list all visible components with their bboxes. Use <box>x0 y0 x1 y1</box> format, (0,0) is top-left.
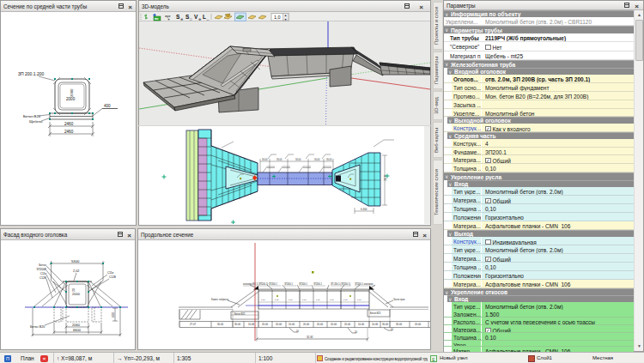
svg-text:1.11: 1.11 <box>289 299 293 301</box>
svg-text:1.10: 1.10 <box>302 299 307 301</box>
svg-text:2460: 2460 <box>64 122 74 126</box>
svg-text:2,02: 2,02 <box>73 269 79 273</box>
svg-text:400: 400 <box>104 104 111 108</box>
svg-text:10: 10 <box>391 328 393 331</box>
svg-text:ЗП200.1: ЗП200.1 <box>313 282 322 286</box>
svg-text:30.00: 30.00 <box>396 323 402 326</box>
svg-text:20.00: 20.00 <box>276 323 282 326</box>
svg-text:вс: вс <box>155 16 159 21</box>
svg-text:20.00: 20.00 <box>331 323 337 326</box>
svg-text:10: 10 <box>296 330 299 333</box>
svg-text:Засев трав: Засев трав <box>393 298 405 301</box>
svg-text:1.11: 1.11 <box>261 299 265 301</box>
svg-text:Бетон В25: Бетон В25 <box>370 312 381 315</box>
svg-text:30.00: 30.00 <box>217 323 223 326</box>
svg-text:Бетон В20: Бетон В20 <box>23 114 41 118</box>
svg-text:24.20: 24.20 <box>384 174 387 181</box>
svg-text:10.06: 10.06 <box>372 323 378 326</box>
svg-text:С12В: С12В <box>39 276 46 280</box>
svg-text:20.00: 20.00 <box>317 323 323 326</box>
svg-text:Бетон В20: Бетон В20 <box>30 325 45 329</box>
svg-text:20.00: 20.00 <box>415 323 421 326</box>
svg-text:5300: 5300 <box>71 258 80 263</box>
svg-text:Камен. наброска: Камен. наброска <box>211 298 229 301</box>
svg-text:ЗП 200.1 (ЗП200.1): ЗП 200.1 (ЗП200.1) <box>331 282 350 286</box>
svg-text:1.11: 1.11 <box>343 299 348 301</box>
svg-text:1.10: 1.10 <box>316 299 320 301</box>
svg-text:1,0: 1,0 <box>274 15 281 20</box>
svg-text:20.00: 20.00 <box>303 323 309 326</box>
svg-text:С11в: С11в <box>107 271 114 275</box>
svg-text:ЗП200.1: ЗП200.1 <box>299 282 307 286</box>
svg-text:27.07: 27.07 <box>190 323 196 326</box>
svg-text:оголовок ВХ 1 (ЗП200.1): оголовок ВХ 1 (ЗП200.1) <box>243 282 268 286</box>
svg-text:20.00: 20.00 <box>344 323 350 326</box>
svg-text:30.00: 30.00 <box>314 158 320 161</box>
svg-text:1.11: 1.11 <box>275 299 279 301</box>
svg-text:2000: 2000 <box>70 88 74 97</box>
svg-text:6.300: 6.300 <box>361 208 368 211</box>
svg-text:С11в: С11в <box>40 272 47 275</box>
svg-text:ЗП200В: ЗП200В <box>36 268 46 271</box>
svg-text:30.00: 30.00 <box>262 158 268 161</box>
svg-text:30.00: 30.00 <box>295 158 301 161</box>
svg-text:2460: 2460 <box>64 130 74 134</box>
svg-text:1.10: 1.10 <box>330 299 334 301</box>
svg-text:20: 20 <box>72 288 76 292</box>
svg-text:10.00: 10.00 <box>358 323 364 326</box>
svg-text:ЗП200.1: ЗП200.1 <box>269 282 277 286</box>
svg-text:30.00: 30.00 <box>234 323 240 326</box>
svg-text:6600: 6600 <box>73 328 82 332</box>
svg-text:2060: 2060 <box>72 323 81 327</box>
svg-text:▼: ▼ <box>284 18 288 21</box>
svg-text:10: 10 <box>355 330 357 334</box>
svg-text:30.00: 30.00 <box>276 158 283 161</box>
svg-text:10.00: 10.00 <box>289 323 295 326</box>
svg-text:ЗП200.1: ЗП200.1 <box>284 282 293 286</box>
svg-text:1.11: 1.11 <box>357 299 361 301</box>
svg-text:31.92: 31.92 <box>307 336 313 339</box>
svg-text:ЗП200.1 оголовок: ЗП200.1 оголовок <box>355 282 374 286</box>
svg-text:600: 600 <box>112 312 115 318</box>
svg-text:20.00: 20.00 <box>262 323 268 326</box>
svg-text:30.00: 30.00 <box>382 323 388 326</box>
svg-text:10.06: 10.06 <box>248 323 254 326</box>
svg-text:ЗП 200.1.200: ЗП 200.1.200 <box>18 71 44 76</box>
svg-text:30.00: 30.00 <box>326 158 332 161</box>
svg-text:Бетон В25: Бетон В25 <box>234 312 246 316</box>
svg-text:Щебень: Щебень <box>29 119 43 124</box>
svg-text:Бетон: Бетон <box>39 263 46 267</box>
svg-text:С12В: С12В <box>109 275 116 279</box>
